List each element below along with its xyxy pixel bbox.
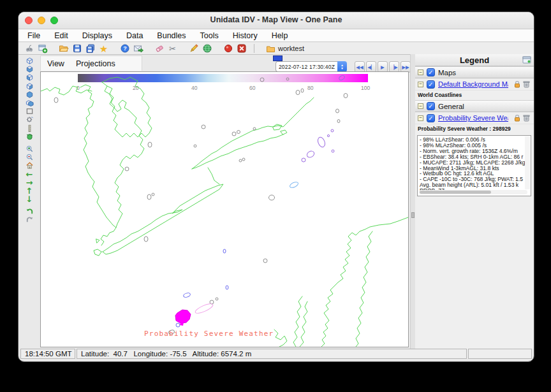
vertical-scale-ruler-icon[interactable] bbox=[24, 124, 34, 133]
default-background-maps-link[interactable]: Default Background Maps bbox=[438, 80, 508, 88]
cursor-position-readout: Latitude: 40.7 Longitude: -75.5 Altitude… bbox=[77, 349, 467, 359]
view-cube-left-icon[interactable] bbox=[24, 73, 34, 82]
pan-down-icon[interactable]: ↓ bbox=[24, 195, 34, 203]
legend-group-general[interactable]: − ✓ General bbox=[415, 100, 534, 112]
collapse-icon[interactable]: − bbox=[418, 82, 423, 87]
legend-item-default-background-maps[interactable]: − ✓ Default Background Maps bbox=[415, 78, 534, 91]
home-view-icon[interactable] bbox=[24, 161, 34, 170]
view-cube-top-icon[interactable] bbox=[24, 57, 34, 65]
view-cube-right-icon[interactable] bbox=[24, 82, 34, 91]
colorbar-tick-0: 0 bbox=[77, 85, 80, 91]
legend-group-maps[interactable]: − ✓ Maps bbox=[415, 66, 534, 78]
trash-icon[interactable] bbox=[523, 114, 530, 122]
undo-icon[interactable] bbox=[24, 207, 34, 215]
message-area bbox=[468, 349, 532, 359]
main-toolbar: ★ ? ✂ worktest bbox=[18, 43, 534, 55]
workspace-tab-label: worktest bbox=[278, 45, 304, 52]
view-menu[interactable]: View bbox=[47, 59, 64, 68]
menu-history[interactable]: History bbox=[233, 31, 258, 40]
display-details-text[interactable]: - 98% LLAzShear: 0.006 /s - 98% MLAzShea… bbox=[417, 135, 531, 196]
collapse-icon[interactable]: − bbox=[418, 115, 423, 121]
pan-left-icon[interactable]: ← bbox=[24, 170, 34, 178]
open-bundle-icon[interactable] bbox=[58, 43, 69, 54]
pan-right-icon[interactable]: → bbox=[24, 178, 34, 187]
legend-panel: Legend − ✓ Maps − ✓ Default Background M… bbox=[415, 54, 534, 349]
colorbar-tick-60: 60 bbox=[249, 85, 256, 91]
view-cube-bottom-icon[interactable] bbox=[24, 65, 34, 73]
time-spinner[interactable]: ▲▼ bbox=[337, 61, 347, 72]
clock-readout: 18:14:50 GMT bbox=[20, 349, 75, 359]
menu-bar: File Edit Displays Data Bundles Tools Hi… bbox=[18, 29, 534, 42]
spinner-down-icon: ▼ bbox=[341, 67, 344, 70]
legend-group-maps-label: Maps bbox=[438, 69, 456, 76]
status-bar: 18:14:50 GMT Latitude: 40.7 Longitude: -… bbox=[18, 349, 534, 360]
menu-tools[interactable]: Tools bbox=[200, 31, 219, 40]
help-icon[interactable]: ? bbox=[119, 43, 130, 54]
collapse-icon[interactable]: − bbox=[418, 69, 423, 75]
menu-file[interactable]: File bbox=[27, 31, 40, 40]
probability-severe-weather-link[interactable]: Probability Severe Weat... bbox=[438, 114, 508, 122]
record-image-icon[interactable] bbox=[223, 43, 233, 54]
float-legend-icon[interactable] bbox=[522, 56, 531, 64]
menu-data[interactable]: Data bbox=[126, 31, 143, 40]
edit-formulas-icon[interactable] bbox=[188, 43, 199, 54]
collapse-icon[interactable]: − bbox=[418, 103, 423, 109]
map-canvas[interactable]: 0 20 40 60 80 100 bbox=[40, 71, 409, 347]
colorbar-tick-80: 80 bbox=[307, 85, 314, 91]
probability-overlay-label: Probability Severe Weather bbox=[144, 330, 274, 338]
legend-group-general-label: General bbox=[438, 103, 464, 110]
folder-icon bbox=[267, 45, 275, 52]
zoom-out-icon[interactable] bbox=[24, 153, 34, 161]
view-2d-icon[interactable] bbox=[24, 107, 34, 115]
menu-bundles[interactable]: Bundles bbox=[157, 31, 186, 40]
menu-displays[interactable]: Displays bbox=[82, 31, 112, 40]
favorites-star-icon[interactable]: ★ bbox=[98, 43, 109, 54]
menu-help[interactable]: Help bbox=[272, 31, 288, 40]
trash-icon[interactable] bbox=[523, 80, 530, 88]
details-horizontal-scrollbar[interactable] bbox=[419, 190, 527, 194]
lock-icon[interactable] bbox=[513, 80, 521, 88]
details-vertical-scrollbar[interactable] bbox=[525, 136, 530, 189]
view-cube-front-icon[interactable] bbox=[24, 91, 34, 99]
world-coastlines-label: World Coastlines bbox=[415, 91, 534, 100]
workspace-tab[interactable]: worktest bbox=[261, 44, 309, 53]
redo-icon[interactable] bbox=[24, 215, 34, 224]
probability-visibility-checkbox[interactable]: ✓ bbox=[427, 114, 435, 122]
animation-time-widget: 2022-07-12 17:30:40Z ▲▼ bbox=[276, 61, 347, 72]
cut-icon[interactable]: ✂ bbox=[167, 43, 178, 54]
globe-icon[interactable] bbox=[202, 43, 212, 54]
colorbar-tick-40: 40 bbox=[191, 85, 198, 91]
menu-edit[interactable]: Edit bbox=[54, 31, 68, 40]
window-title: Unidata IDV - Map View - One Pane bbox=[18, 15, 534, 24]
save-favorite-icon[interactable] bbox=[85, 43, 96, 54]
general-visibility-checkbox[interactable]: ✓ bbox=[427, 102, 435, 110]
projection-gear-icon[interactable] bbox=[24, 115, 34, 124]
lock-icon[interactable] bbox=[513, 114, 521, 122]
svg-text:?: ? bbox=[123, 45, 127, 52]
view-toolbar: ← → ↑ ↓ bbox=[20, 55, 38, 349]
support-request-icon[interactable] bbox=[133, 43, 143, 54]
progress-indicator bbox=[273, 55, 283, 61]
map-view-panel: View Projections 2022-07-12 17:30:40Z ▲▼… bbox=[38, 54, 409, 349]
storm-cell-outlines bbox=[54, 75, 348, 335]
scrollbar-thumb[interactable] bbox=[420, 191, 491, 194]
default-maps-visibility-checkbox[interactable]: ✓ bbox=[427, 80, 435, 89]
auto-rotate-icon[interactable] bbox=[24, 133, 34, 141]
eraser-icon[interactable] bbox=[154, 43, 165, 54]
legend-title: Legend bbox=[460, 55, 489, 65]
new-window-icon[interactable] bbox=[37, 43, 48, 54]
data-chooser-icon[interactable] bbox=[24, 43, 34, 54]
pan-up-icon[interactable]: ↑ bbox=[24, 187, 34, 195]
exit-icon[interactable] bbox=[236, 43, 247, 54]
splitter-handle[interactable] bbox=[411, 212, 415, 218]
legend-item-probability-severe-weather[interactable]: − ✓ Probability Severe Weat... bbox=[415, 112, 534, 124]
animation-time-value[interactable]: 2022-07-12 17:30:40Z bbox=[276, 61, 337, 72]
save-bundle-icon[interactable] bbox=[71, 43, 82, 54]
view-cube-back-icon[interactable] bbox=[24, 99, 34, 107]
probability-severe-weather-sublabel: Probability Severe Weather : 298929 bbox=[415, 124, 534, 134]
zoom-in-icon[interactable] bbox=[24, 145, 34, 153]
maps-visibility-checkbox[interactable]: ✓ bbox=[427, 68, 435, 76]
map-view-menubar: View Projections bbox=[40, 55, 142, 71]
app-window: Unidata IDV - Map View - One Pane File E… bbox=[18, 11, 534, 362]
projections-menu[interactable]: Projections bbox=[76, 59, 115, 68]
